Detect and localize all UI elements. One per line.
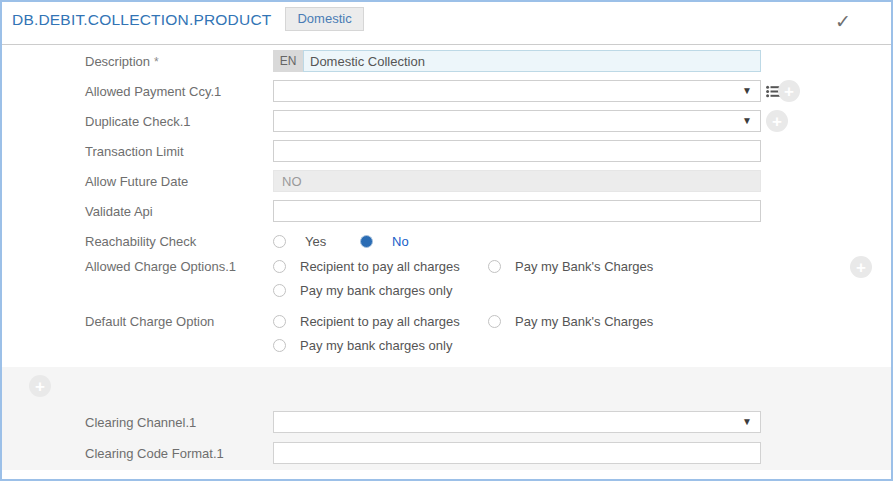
radio-option-recipient-pays-all[interactable]: Recipient to pay all charges (273, 259, 488, 274)
add-value-icon[interactable]: + (778, 80, 800, 102)
field-label-default-charge-option: Default Charge Option (2, 314, 273, 329)
row-allowed-charge-options: Allowed Charge Options.1 Recipient to pa… (2, 259, 891, 298)
row-clearing-channel: Clearing Channel.1 ▼ (2, 411, 891, 433)
radio-option-pay-my-bank-only[interactable]: Pay my bank charges only (273, 283, 452, 298)
language-prefix-badge: EN (273, 50, 303, 72)
radio-icon-selected[interactable] (360, 235, 373, 248)
transaction-limit-input[interactable] (273, 140, 761, 162)
add-value-icon[interactable]: + (766, 110, 788, 132)
tab-domestic[interactable]: Domestic (285, 7, 363, 31)
field-label-allow-future-date: Allow Future Date (2, 174, 273, 189)
radio-option-pay-banks-charges[interactable]: Pay my Bank's Charges (488, 314, 653, 329)
radio-icon[interactable] (273, 284, 286, 297)
field-label-validate-api: Validate Api (2, 204, 273, 219)
row-transaction-limit: Transaction Limit (2, 140, 891, 162)
row-duplicate-check: Duplicate Check.1 ▼ + (2, 110, 891, 132)
field-label-transaction-limit: Transaction Limit (2, 144, 273, 159)
row-allow-future-date: Allow Future Date NO (2, 170, 891, 192)
product-form-panel: DB.DEBIT.COLLECTION.PRODUCT Domestic ✓ D… (0, 0, 893, 481)
row-validate-api: Validate Api (2, 200, 891, 222)
radio-icon[interactable] (273, 235, 286, 248)
add-value-icon[interactable]: + (850, 256, 872, 278)
commit-check-icon[interactable]: ✓ (835, 10, 851, 33)
clearing-multivalue-section: + Clearing Channel.1 ▼ Clearing Code For… (2, 367, 891, 470)
duplicate-check-select[interactable]: ▼ (273, 110, 761, 132)
required-marker: * (154, 55, 159, 69)
radio-icon[interactable] (273, 260, 286, 273)
validate-api-input[interactable] (273, 200, 761, 222)
radio-icon[interactable] (273, 315, 286, 328)
radio-icon[interactable] (488, 260, 501, 273)
field-label-clearing-channel: Clearing Channel.1 (2, 415, 273, 430)
clearing-code-format-input[interactable] (273, 442, 761, 464)
field-label-allowed-payment-ccy: Allowed Payment Ccy.1 (2, 84, 273, 99)
radio-icon[interactable] (488, 315, 501, 328)
clearing-channel-select[interactable]: ▼ (273, 411, 761, 433)
row-reachability-check: Reachability Check Yes No (2, 234, 891, 249)
page-title: DB.DEBIT.COLLECTION.PRODUCT (12, 9, 271, 30)
allowed-payment-ccy-select[interactable]: ▼ (273, 80, 761, 102)
radio-icon[interactable] (273, 339, 286, 352)
field-label-reachability-check: Reachability Check (2, 234, 273, 249)
field-label-allowed-charge-options: Allowed Charge Options.1 (2, 259, 273, 274)
description-input[interactable] (303, 50, 761, 72)
header: DB.DEBIT.COLLECTION.PRODUCT Domestic ✓ (2, 2, 891, 45)
dropdown-arrow-icon: ▼ (742, 116, 752, 126)
radio-option-pay-my-bank-only[interactable]: Pay my bank charges only (273, 338, 452, 353)
radio-option-recipient-pays-all[interactable]: Recipient to pay all charges (273, 314, 488, 329)
row-allowed-payment-ccy: Allowed Payment Ccy.1 ▼ + (2, 80, 891, 102)
radio-option-pay-banks-charges[interactable]: Pay my Bank's Charges (488, 259, 653, 274)
row-default-charge-option: Default Charge Option Recipient to pay a… (2, 314, 891, 353)
field-label-description: Description* (2, 54, 273, 69)
radio-option-no[interactable]: No (360, 234, 409, 249)
dropdown-arrow-icon: ▼ (742, 86, 752, 96)
field-label-clearing-code-format: Clearing Code Format.1 (2, 446, 273, 461)
allow-future-date-readonly: NO (273, 170, 761, 192)
row-description: Description* EN (2, 50, 891, 72)
row-clearing-code-format: Clearing Code Format.1 (2, 442, 891, 464)
field-label-duplicate-check: Duplicate Check.1 (2, 114, 273, 129)
radio-option-yes[interactable]: Yes (273, 234, 360, 249)
dropdown-arrow-icon: ▼ (742, 417, 752, 427)
expand-multivalue-icon[interactable]: + (29, 375, 51, 397)
